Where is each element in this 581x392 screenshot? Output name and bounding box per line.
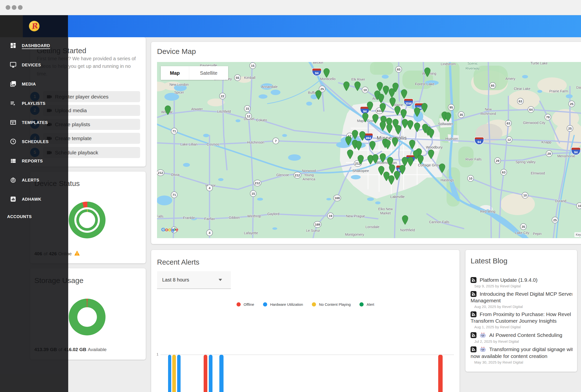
blog-post-title-line2[interactable]: Management [470, 298, 572, 304]
device-marker-pin[interactable] [384, 140, 391, 150]
device-marker-pin[interactable] [389, 88, 395, 98]
route-shield-icon: 63 [517, 98, 524, 105]
blog-post[interactable]: Platform Update (1.9.4.0)Sep 9, 2025 by … [470, 277, 572, 288]
sidebar-item-playlists[interactable]: PLAYLISTS [10, 98, 46, 109]
window-control-icon[interactable] [18, 5, 22, 10]
route-shield-icon: 169 [333, 195, 341, 201]
blog-post-title-line2[interactable]: Transform Customer Journey Insights [470, 318, 572, 324]
device-marker-pin[interactable] [359, 131, 366, 141]
device-marker-pin[interactable] [428, 150, 434, 159]
device-marker-pin[interactable] [347, 150, 353, 159]
blog-post-title[interactable]: Introducing the Revel Digital MCP Server… [480, 291, 572, 297]
route-shield-icon: 71 [171, 192, 178, 198]
device-marker-pin[interactable] [414, 107, 420, 117]
device-marker-pin[interactable] [372, 154, 378, 164]
revel-logo[interactable]: R [29, 21, 40, 31]
route-shield-icon: 71 [171, 128, 178, 135]
map-button[interactable]: Map [161, 66, 189, 80]
device-marker-pin[interactable] [354, 81, 361, 91]
device-marker-pin[interactable] [380, 103, 386, 113]
device-marker-pin[interactable] [356, 141, 362, 151]
time-range-select[interactable]: Last 8 hours [157, 271, 231, 289]
blog-post-title-line2[interactable]: now available for content creation [470, 353, 572, 359]
device-marker-pin[interactable] [369, 141, 376, 151]
map-city-label: Lafayette [244, 231, 258, 235]
device-marker-pin[interactable] [386, 124, 392, 134]
device-marker-pin[interactable] [409, 140, 416, 150]
device-marker-pin[interactable] [402, 215, 408, 225]
rss-icon [470, 291, 476, 297]
device-marker-pin[interactable] [380, 121, 386, 131]
device-marker-pin[interactable] [372, 114, 378, 124]
device-marker-pin[interactable] [407, 120, 414, 130]
device-marker-pin[interactable] [400, 109, 407, 119]
device-marker-pin[interactable] [392, 137, 398, 147]
device-marker-pin[interactable] [395, 125, 402, 135]
sidebar-section-accounts[interactable]: ACCOUNTS [7, 214, 32, 219]
sidebar-item-schedules[interactable]: SCHEDULES [10, 137, 48, 147]
device-marker-pin[interactable] [399, 165, 406, 175]
alert-bar [438, 355, 442, 392]
device-marker-pin[interactable] [414, 123, 420, 132]
sidebar-item-media[interactable]: MEDIA [10, 79, 36, 89]
blog-post-date: Aug 20, 2025 by Revel Digital [474, 305, 572, 309]
route-shield-icon: 15 [250, 62, 256, 69]
device-marker-pin[interactable] [394, 106, 401, 116]
blog-post[interactable]: Transforming your digital signage with A… [470, 346, 572, 364]
sidebar-item-reports[interactable]: REPORTS [10, 156, 43, 166]
device-marker-pin[interactable] [401, 89, 407, 99]
sidebar-item-alerts[interactable]: ALERTS [10, 175, 39, 186]
blog-post-title[interactable]: AI Powered Content Scheduling [489, 332, 562, 338]
device-marker-pin[interactable] [324, 68, 330, 78]
route-shield-icon: 25 [568, 101, 575, 107]
route-shield-icon: 212 [157, 170, 164, 176]
blog-post[interactable]: From Proximity to Purchase: How Revel Di… [470, 311, 572, 329]
keyboard-shortcuts-hint[interactable]: Keyb [574, 232, 581, 237]
blog-post-title[interactable]: From Proximity to Purchase: How Revel Di… [480, 311, 572, 317]
device-marker-pin[interactable] [439, 163, 445, 173]
device-marker-pin[interactable] [367, 101, 373, 111]
device-marker-pin[interactable] [343, 81, 350, 91]
window-control-icon[interactable] [6, 5, 10, 10]
map-city-label: Dallas [576, 85, 581, 89]
map-city-label: Atwater [191, 107, 203, 111]
map-city-label: Durand [555, 199, 566, 203]
map-city-label: Franklin [183, 216, 195, 220]
window-control-icon[interactable] [12, 5, 16, 10]
map-city-label: New Prague [346, 214, 365, 218]
device-marker-pin[interactable] [165, 105, 171, 115]
dashboard-icon [10, 42, 16, 50]
device-marker-pin[interactable] [378, 94, 384, 103]
device-marker-pin[interactable] [315, 90, 322, 100]
rss-icon [470, 311, 476, 317]
device-marker-pin[interactable] [345, 136, 352, 146]
device-marker-pin[interactable] [445, 112, 451, 122]
device-marker-pin[interactable] [362, 113, 368, 123]
device-marker-pin[interactable] [380, 153, 386, 163]
map-city-label: Northfield [400, 228, 415, 232]
device-marker-pin[interactable] [424, 67, 430, 77]
map-city-label: Amery [506, 77, 515, 81]
alert-bar [209, 355, 212, 392]
map-city-label: Menomonie [557, 154, 575, 158]
sidebar-item-devices[interactable]: DEVICES [10, 60, 41, 70]
blog-post-title[interactable]: Platform Update (1.9.4.0) [480, 277, 538, 283]
device-marker-pin[interactable] [421, 103, 428, 113]
device-marker-pin[interactable] [390, 97, 396, 107]
sidebar-item-adhawk[interactable]: ADHAWK [10, 194, 42, 204]
header-rail-segment [0, 15, 23, 37]
sidebar-item-templates[interactable]: TEMPLATES [10, 118, 48, 128]
device-marker-pin[interactable] [417, 155, 424, 165]
device-marker-pin[interactable] [358, 155, 364, 165]
legend-dot-icon [263, 302, 267, 307]
google-map[interactable]: BeckerMonticelloElk RiverWyomingLindstro… [157, 62, 581, 238]
device-marker-pin[interactable] [352, 130, 358, 140]
blog-post-title[interactable]: Transforming your digital signage with A… [489, 346, 572, 352]
satellite-button[interactable]: Satellite [189, 66, 228, 80]
sidebar-item-dashboard[interactable]: DASHBOARD [10, 41, 50, 51]
blog-post[interactable]: AI Powered Content SchedulingJul 2, 2025… [470, 332, 572, 344]
device-marker-pin[interactable] [428, 129, 434, 138]
device-marker-pin[interactable] [376, 82, 383, 92]
device-map-title: Device Map [157, 47, 196, 56]
blog-post[interactable]: Introducing the Revel Digital MCP Server… [470, 291, 572, 309]
